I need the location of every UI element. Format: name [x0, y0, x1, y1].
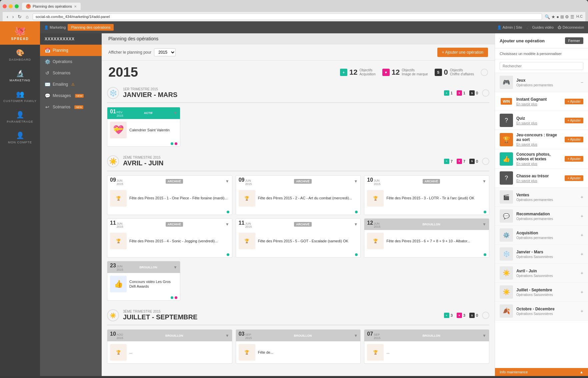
- panel-item-acquisition[interactable]: ⚙️ Acquisition Opérations permanentes +: [495, 226, 588, 245]
- add-operation-btn[interactable]: + Ajouter une opération: [437, 48, 488, 57]
- breadcrumb-planning[interactable]: Planning des opérations: [68, 24, 114, 31]
- op-dropdown-fete6[interactable]: ▼: [482, 222, 486, 227]
- panel-sub-quiz[interactable]: En savoir plus: [516, 121, 561, 125]
- dot-red[interactable]: [3, 4, 7, 8]
- panel-item-instant-gagnant[interactable]: WIN Instant Gagnant En savoir plus + Ajo…: [495, 92, 588, 111]
- op-dropdown-fete1[interactable]: ▼: [225, 179, 229, 184]
- panel-search-input[interactable]: [500, 62, 583, 70]
- sidebar-item-mon-compte[interactable]: 👤 MON COMPTE: [0, 127, 40, 148]
- breadcrumb-marketing[interactable]: 👤 Marketing: [44, 25, 66, 30]
- panel-item-jeux[interactable]: 🎮 Jeux Opérations permanentes −: [495, 73, 588, 92]
- op-dropdown-fete3[interactable]: ▼: [482, 179, 486, 184]
- panel-item-janvier-mars[interactable]: ❄️ Janvier - Mars Opérations Saisonnière…: [495, 245, 588, 264]
- panel-item-octobre-dec[interactable]: 🍂 Octobre - Décembre Opérations Saisonni…: [495, 302, 588, 321]
- obj-image-label: ObjectifsImage de marque: [402, 68, 428, 76]
- panel-item-juillet-sept[interactable]: ☀️ Juillet - Septembre Opérations Saison…: [495, 283, 588, 302]
- panel-item-concours-photos[interactable]: 👍 Concours photos, videos et textes En s…: [495, 149, 588, 169]
- op-date-fete1: 09 JUN 2015: [110, 177, 123, 186]
- avril-expand-btn[interactable]: +: [581, 270, 583, 276]
- left-menu-messages[interactable]: 💬 Messages NEW: [40, 90, 102, 101]
- jc-add-btn[interactable]: + Ajouter: [565, 137, 583, 142]
- left-menu-scenarios2[interactable]: ↩ Scénarios NEW: [40, 101, 102, 113]
- op-dropdown-fete5[interactable]: ▼: [354, 222, 358, 227]
- panel-sub-chasse[interactable]: En savoir plus: [516, 179, 561, 183]
- ventes-expand-btn[interactable]: +: [581, 194, 583, 200]
- panel-item-ventes[interactable]: 🎬 Ventes Opérations permanentes +: [495, 188, 588, 207]
- address-bar[interactable]: [33, 13, 542, 20]
- year-select[interactable]: 2015 2014 2016: [154, 48, 176, 56]
- quiz-add-btn[interactable]: + Ajouter: [565, 118, 583, 123]
- left-menu-emailing[interactable]: ✉️ Emailing ⚠: [40, 79, 102, 90]
- op-dropdown-fete4[interactable]: ▼: [225, 222, 229, 227]
- forward-btn[interactable]: ›: [11, 13, 15, 20]
- panel-item-avril-juin[interactable]: ☀️ Avril - Juin Opérations Saisonnières …: [495, 264, 588, 283]
- op-fete5-header: 11 JUN 2015 ARCHIVÉ ▼: [236, 219, 361, 230]
- op-card-q3-1[interactable]: 10 AOÛ 2015 BROUILLON ▼: [107, 329, 232, 364]
- op-card-fete-peres-6[interactable]: 12 JUN 2015 BROUILLON ▼: [364, 218, 489, 258]
- ig-add-btn[interactable]: + Ajouter: [565, 99, 583, 104]
- home-btn[interactable]: ⌂: [24, 13, 30, 20]
- op-dropdown-q3-2[interactable]: ▼: [354, 333, 358, 338]
- op-dropdown-fete2[interactable]: ▼: [354, 179, 358, 184]
- chasse-add-btn[interactable]: + Ajouter: [565, 175, 583, 181]
- op-card-fete-peres-3[interactable]: 10 JUN 2015 ARCHIVÉ ▼: [364, 175, 489, 215]
- reco-expand-btn[interactable]: +: [581, 213, 583, 219]
- guides-video-link[interactable]: 🎥 Guides vidéo: [526, 25, 554, 30]
- op-status-fete1: ARCHIVÉ: [166, 179, 183, 184]
- left-menu-planning[interactable]: 📅 Planning: [40, 45, 102, 56]
- op-card-q3-2[interactable]: 03 SEP 2015 BROUILLON ▼: [236, 329, 361, 364]
- op-card-fete-peres-2[interactable]: 09 JUN 2015 ARCHIVÉ ▼: [236, 175, 361, 215]
- refresh-btn[interactable]: ↻: [16, 13, 23, 20]
- close-panel-btn[interactable]: Fermer: [565, 37, 583, 44]
- panel-sub-ig[interactable]: En savoir plus: [516, 102, 561, 106]
- panel-item-recommandation[interactable]: 💬 Recommandation Opérations permanentes …: [495, 207, 588, 226]
- oct-expand-btn[interactable]: +: [581, 308, 583, 314]
- sidebar-item-parametrage[interactable]: 👤 PARAMÉTRAGE: [0, 107, 40, 127]
- op-card-fete-peres-5[interactable]: 11 JUN 2015 ARCHIVÉ ▼: [236, 218, 361, 258]
- dot-green[interactable]: [15, 4, 19, 8]
- op-date-fete6: 12 JUN 2015: [367, 220, 380, 229]
- op-title-fete4: Fête des Pères 2015 - 4 - Sonic - Joggin…: [129, 239, 218, 243]
- jan-expand-btn[interactable]: +: [581, 251, 583, 257]
- left-menu-operations[interactable]: ⚙️ Opérations: [40, 56, 102, 67]
- acq-expand-btn[interactable]: +: [581, 232, 583, 238]
- quarter-q1-header: ❄️ 1ER TRIMESTRE 2015 JANVIER - MARS + 1: [107, 84, 489, 103]
- op-dropdown-q3-3[interactable]: ▼: [482, 333, 486, 338]
- panel-item-chasse[interactable]: ? Chasse au trésor En savoir plus + Ajou…: [495, 169, 588, 188]
- browser-tab[interactable]: 🐙 Planning des opérations ✕: [22, 3, 81, 10]
- op-card-saint-valentin[interactable]: 01 FÉV 2015 ACTIF ▼: [107, 107, 180, 147]
- panel-item-jeu-concours[interactable]: 🏆 Jeu-concours : tirage au sort En savoi…: [495, 130, 588, 149]
- panel-sub-cp[interactable]: En savoir plus: [516, 162, 561, 166]
- dot-yellow[interactable]: [9, 4, 13, 8]
- obj-chiffre-count: 0: [444, 68, 448, 77]
- operations-menu-label: Opérations: [53, 59, 72, 64]
- jeux-expand-btn[interactable]: −: [581, 80, 583, 85]
- sidebar-item-marketing[interactable]: 🔬 MARKETING: [0, 65, 40, 86]
- sidebar-item-dashboard[interactable]: 🎨 DASHBOARD: [0, 45, 40, 65]
- op-card-fete-peres-1[interactable]: 09 JUN 2015 ARCHIVÉ ▼: [107, 175, 232, 215]
- op-dot-teal-sv: [171, 142, 173, 145]
- cp-add-btn[interactable]: + Ajouter: [565, 156, 583, 162]
- left-menu-scenarios[interactable]: ↺ Scénarios: [40, 67, 102, 79]
- sidebar-item-customer-family[interactable]: 👥 CUSTOMER FAMILY: [0, 86, 40, 107]
- panel-info-cp: Concours photos, videos et textes En sav…: [516, 152, 561, 166]
- op-card-concours-video[interactable]: 23 JUN 2015 BROUILLON ▼: [107, 261, 180, 301]
- op-dropdown-cv[interactable]: ▼: [173, 265, 177, 270]
- op-dropdown-q3-1[interactable]: ▼: [225, 333, 229, 338]
- back-btn[interactable]: ‹: [5, 13, 10, 20]
- jc-icon: 🏆: [500, 133, 513, 146]
- info-maintenance-bar[interactable]: Info maintenance ▲: [495, 368, 588, 376]
- juillet-expand-btn[interactable]: +: [581, 289, 583, 295]
- obj-acquisition-label: ObjectifsAcquisition: [359, 68, 375, 76]
- panel-info-jeux: Jeux Opérations permanentes: [516, 78, 577, 87]
- tab-close-btn[interactable]: ✕: [74, 5, 77, 8]
- sidebar-logo[interactable]: 🐙 SPREAD: [0, 21, 40, 45]
- admin-link[interactable]: 👤 Admin | Site: [497, 25, 522, 30]
- quarter-q3-right: + 3 ♥ 3 S 0: [444, 312, 489, 319]
- op-dropdown-sv[interactable]: ▼: [173, 111, 177, 115]
- deconnexion-link[interactable]: ⏻ Déconnexion: [558, 25, 584, 29]
- panel-item-quiz[interactable]: ? Quiz En savoir plus + Ajouter: [495, 111, 588, 130]
- op-card-q3-3[interactable]: 07 SEP 2015 BROUILLON ▼: [364, 329, 489, 364]
- panel-sub-jc[interactable]: En savoir plus: [516, 143, 561, 146]
- op-card-fete-peres-4[interactable]: 11 JUN 2015 ARCHIVÉ ▼: [107, 218, 232, 258]
